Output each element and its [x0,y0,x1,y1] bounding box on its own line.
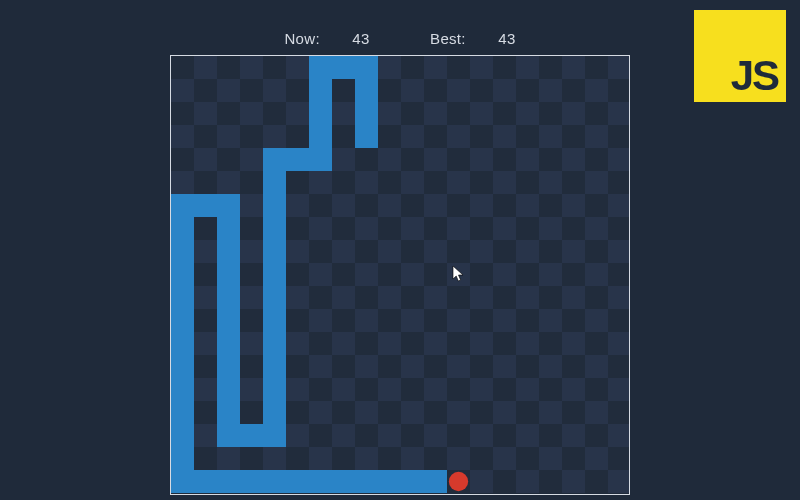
js-logo-text: JS [731,52,778,100]
score-now-value: 43 [352,30,369,47]
board-game-layer [171,56,629,494]
js-logo: JS [694,10,786,102]
game-board[interactable] [170,55,630,495]
score-now: Now: 43 [270,30,388,47]
score-best-label: Best: [430,30,466,47]
score-bar: Now: 43 Best: 43 [0,30,800,47]
score-best-value: 43 [498,30,515,47]
score-now-label: Now: [284,30,319,47]
score-best: Best: 43 [416,30,529,47]
